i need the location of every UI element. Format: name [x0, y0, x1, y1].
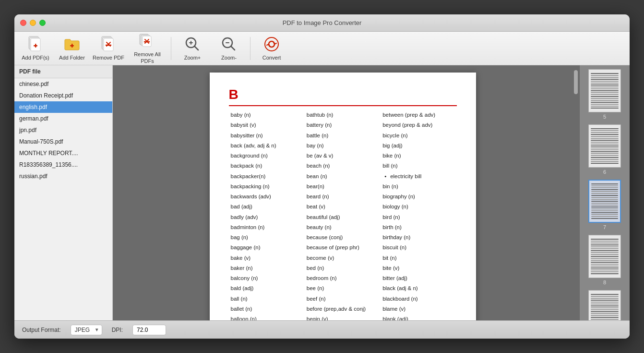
table-cell: battle (n)	[305, 131, 381, 141]
sidebar-item-r183[interactable]: R183356389_11356....	[14, 159, 112, 170]
table-cell: begin (v)	[305, 314, 381, 320]
table-cell: between (prep & adv)	[381, 110, 456, 120]
table-cell: backwards (adv)	[229, 192, 305, 202]
word-table: baby (n)bathtub (n)between (prep & adv)b…	[229, 110, 457, 320]
sidebar-header: PDF file	[14, 65, 112, 78]
table-cell: beat (v)	[305, 202, 381, 212]
zoom-out-icon	[220, 36, 238, 53]
thumb-img-7	[588, 180, 621, 223]
thumbnail-6[interactable]: 6	[588, 124, 621, 175]
add-folder-label: Add Folder	[59, 55, 85, 61]
table-cell: bike (n)	[381, 151, 456, 161]
table-cell: ball (n)	[229, 294, 305, 304]
sidebar: PDF file chinese.pdf Donation Receipt.pd…	[14, 65, 113, 320]
thumbnail-5[interactable]: 5	[588, 69, 621, 120]
table-cell: black (adj & n)	[381, 283, 456, 293]
table-cell: big (adj)	[381, 141, 456, 151]
sidebar-item-manual[interactable]: Manual-750S.pdf	[14, 136, 112, 147]
sidebar-item-english[interactable]: english.pdf	[14, 101, 112, 113]
thumbnail-9[interactable]: 9	[588, 290, 621, 320]
table-cell: bean (n)	[305, 171, 381, 182]
table-row: backpack (n)beach (n)bill (n)	[229, 161, 457, 171]
table-cell: bear(n)	[305, 182, 381, 192]
table-cell: bed (n)	[305, 263, 381, 273]
main-area: PDF file chinese.pdf Donation Receipt.pd…	[14, 65, 630, 320]
table-cell: bite (v)	[381, 263, 456, 273]
table-cell: beautiful (adj)	[305, 212, 381, 222]
table-row: background (n)be (av & v)bike (n)	[229, 151, 457, 161]
table-row: balloon (n)begin (v)blank (adj)	[229, 314, 457, 320]
table-cell: electricity bill	[381, 171, 456, 182]
zoom-in-label: Zoom+	[184, 55, 201, 61]
separator-1	[171, 37, 171, 60]
table-row: ballet (n)before (prep,adv & conj)blame …	[229, 304, 457, 314]
dpi-label: DPI:	[112, 327, 123, 333]
add-folder-button[interactable]: Add Folder	[55, 35, 89, 62]
table-cell: beauty (n)	[305, 222, 381, 232]
separator-2	[250, 37, 250, 60]
table-cell: baker (n)	[229, 263, 305, 273]
remove-pdf-label: Remove PDF	[93, 55, 124, 61]
thumbnail-8[interactable]: 8	[588, 235, 621, 285]
dpi-input[interactable]	[132, 325, 166, 335]
maximize-button[interactable]	[39, 20, 46, 26]
remove-all-button[interactable]: Remove All PDFs	[128, 35, 167, 62]
sidebar-item-chinese[interactable]: chinese.pdf	[14, 78, 112, 90]
scrollbar-area[interactable]	[572, 65, 579, 320]
table-row: bald (adj)bee (n)black (adj & n)	[229, 283, 457, 293]
titlebar: PDF to Image Pro Converter	[14, 14, 630, 32]
table-cell: beach (n)	[305, 161, 381, 171]
table-row: bake (v)become (v)bit (n)	[229, 253, 457, 263]
table-row: baggage (n)because of (prep phr)biscuit …	[229, 243, 457, 253]
sidebar-item-jpn[interactable]: jpn.pdf	[14, 124, 112, 136]
table-row: bad (adj)beat (v)biology (n)	[229, 202, 457, 212]
thumbnail-7[interactable]: 7	[588, 180, 621, 230]
add-pdfs-button[interactable]: Add PDF(s)	[18, 35, 53, 62]
table-row: babysit (v)battery (n)beyond (prep & adv…	[229, 120, 457, 130]
table-cell: blame (v)	[381, 304, 456, 314]
table-cell: background (n)	[229, 151, 305, 161]
thumb-img-8	[588, 235, 621, 278]
sidebar-item-german[interactable]: german.pdf	[14, 113, 112, 124]
table-cell: bicycle (n)	[381, 131, 456, 141]
table-cell: baggage (n)	[229, 243, 305, 253]
table-cell: blank (adj)	[381, 314, 456, 320]
table-cell: backpack (n)	[229, 161, 305, 171]
table-cell: bad (adj)	[229, 202, 305, 212]
table-cell: bee (n)	[305, 283, 381, 293]
sidebar-item-russian[interactable]: russian.pdf	[14, 170, 112, 182]
add-pdf-icon	[27, 36, 44, 53]
minimize-button[interactable]	[30, 20, 36, 26]
thumb-img-5	[588, 69, 621, 112]
sidebar-list: chinese.pdf Donation Receipt.pdf english…	[14, 78, 112, 320]
zoom-out-button[interactable]: Zoom-	[212, 35, 246, 62]
sidebar-item-donation[interactable]: Donation Receipt.pdf	[14, 90, 112, 101]
close-button[interactable]	[20, 20, 26, 26]
remove-pdf-icon	[100, 36, 117, 53]
table-cell: biology (n)	[381, 202, 456, 212]
table-cell: baby (n)	[229, 110, 305, 120]
convert-button[interactable]: Convert	[254, 35, 289, 62]
table-cell: backpacking (n)	[229, 182, 305, 192]
remove-pdf-button[interactable]: Remove PDF	[91, 35, 126, 62]
sidebar-item-monthly[interactable]: MONTHLY REPORT....	[14, 147, 112, 159]
svg-point-26	[265, 37, 278, 51]
table-row: backpacker(n)bean (n)electricity bill	[229, 171, 457, 182]
table-cell: bag (n)	[229, 232, 305, 243]
table-cell: birth (n)	[381, 222, 456, 232]
zoom-in-button[interactable]: Zoom+	[175, 35, 210, 62]
table-cell: beyond (prep & adv)	[381, 120, 456, 130]
svg-rect-4	[35, 44, 36, 48]
format-select[interactable]: JPEG PNG TIFF BMP	[71, 325, 102, 335]
thumb-num-6: 6	[603, 169, 606, 175]
table-cell: bay (n)	[305, 141, 381, 151]
table-cell: babysitter (n)	[229, 131, 305, 141]
table-cell: bald (adj)	[229, 283, 305, 293]
app-window: PDF to Image Pro Converter Add PDF(s)	[14, 14, 630, 339]
svg-line-22	[195, 47, 198, 50]
thumb-img-6	[588, 124, 621, 168]
table-cell: be (av & v)	[305, 151, 381, 161]
table-row: backwards (adv)beard (n)biography (n)	[229, 192, 457, 202]
svg-line-25	[231, 47, 235, 50]
table-cell: ballet (n)	[229, 304, 305, 314]
